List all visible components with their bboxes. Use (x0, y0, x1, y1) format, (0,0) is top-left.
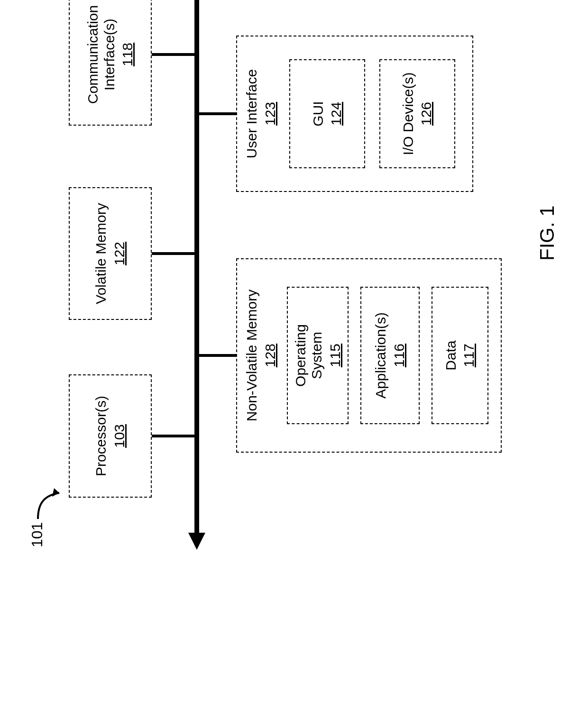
tick-ui (198, 112, 236, 115)
svg-marker-0 (52, 488, 59, 497)
box-ui-label: User Interface (244, 69, 260, 158)
box-apps-ref: 116 (391, 344, 407, 367)
figure-ref-leader (33, 479, 66, 521)
box-volmem-ref: 122 (111, 242, 128, 265)
box-apps-label: Application(s) (373, 312, 389, 399)
box-processor-label: Processor(s) (93, 396, 110, 476)
tick-nvm (198, 354, 236, 357)
box-gui-ref: 124 (328, 102, 344, 126)
box-io: I/O Device(s) 126 (379, 59, 455, 168)
box-volmem-label: Volatile Memory (93, 203, 110, 304)
tick-comm (152, 53, 195, 56)
bus-line (194, 0, 199, 533)
bus-arrow-left (188, 533, 205, 550)
diagram-canvas: 101 Processor(s) 103 Volatile Memory 122… (0, 0, 588, 588)
figure-caption: FIG. 1 (536, 205, 559, 261)
box-os: Operating System 115 (287, 287, 349, 424)
box-nvm-label: Non-Volatile Memory (244, 290, 260, 421)
tick-volmem (152, 252, 195, 255)
box-apps: Application(s) 116 (360, 287, 420, 424)
box-io-label: I/O Device(s) (400, 72, 417, 155)
box-data-ref: 117 (461, 344, 477, 367)
tick-processor (152, 435, 195, 437)
box-gui: GUI 124 (289, 59, 365, 168)
figure-ref-label: 101 (28, 522, 46, 547)
box-ui-ref: 123 (262, 102, 278, 126)
box-gui-label: GUI (310, 101, 327, 126)
box-nvm-ref: 128 (262, 344, 278, 367)
box-processor: Processor(s) 103 (69, 374, 152, 498)
box-volatile-memory: Volatile Memory 122 (69, 187, 152, 320)
box-comm-interface: Communication Interface(s) 118 (69, 0, 152, 126)
box-comm-ref: 118 (119, 43, 136, 66)
box-comm-label: Communication Interface(s) (85, 5, 118, 104)
box-processor-ref: 103 (111, 424, 128, 448)
box-io-ref: 126 (418, 102, 434, 126)
box-data-label: Data (443, 340, 459, 370)
box-os-ref: 115 (327, 344, 343, 367)
box-data: Data 117 (432, 287, 488, 424)
box-os-label: Operating System (293, 324, 325, 387)
